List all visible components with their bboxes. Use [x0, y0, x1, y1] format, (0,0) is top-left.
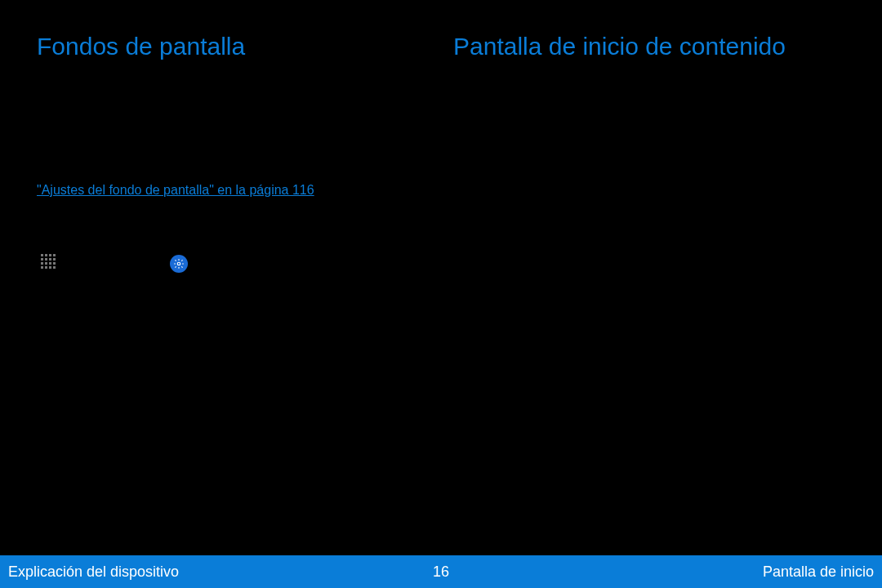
heading-wallpapers: Fondos de pantalla	[37, 33, 429, 60]
footer-right: Pantalla de inicio	[763, 564, 874, 581]
footer-left: Explicación del dispositivo	[8, 564, 179, 581]
svg-rect-1	[45, 254, 47, 256]
apps-label: Aplicaciones	[69, 254, 143, 274]
svg-rect-5	[45, 258, 47, 261]
svg-rect-13	[45, 266, 47, 269]
apps-grid-icon	[40, 253, 58, 274]
wallpaper-intro: Puede cambiar la apariencia de las panta…	[37, 83, 429, 142]
moreinfo-lead: Para obtener más información, consulte	[37, 161, 268, 175]
instruction-lead: Desde una pantalla de inicio, pulse en	[37, 225, 429, 245]
gear-icon	[170, 255, 188, 273]
svg-rect-3	[53, 254, 56, 256]
svg-rect-2	[49, 254, 51, 256]
heading-content-home: Pantalla de inicio de contenido	[453, 33, 845, 60]
content-home-para: La pantalla de inicio de contenido muest…	[453, 83, 845, 142]
svg-rect-11	[53, 262, 56, 265]
svg-rect-14	[49, 266, 51, 269]
svg-rect-8	[41, 262, 43, 265]
svg-rect-10	[49, 262, 51, 265]
right-column: Pantalla de inicio de contenido La panta…	[453, 33, 845, 274]
svg-rect-0	[41, 254, 43, 256]
svg-rect-6	[49, 258, 51, 261]
ajustes-label: Ajustes	[199, 254, 242, 274]
svg-rect-7	[53, 258, 56, 261]
instruction-block: Desde una pantalla de inicio, pulse en A…	[37, 225, 429, 274]
svg-point-16	[177, 262, 180, 265]
svg-rect-15	[53, 266, 56, 269]
footer-page-number: 16	[433, 564, 449, 581]
left-column: Fondos de pantalla Puede cambiar la apar…	[37, 33, 429, 274]
wallpaper-moreinfo: Para obtener más información, consulte	[37, 158, 429, 178]
page-footer: Explicación del dispositivo 16 Pantalla …	[0, 555, 882, 588]
gt-sep: >	[151, 254, 158, 274]
svg-rect-12	[41, 266, 43, 269]
wallpaper-settings-link[interactable]: "Ajustes del fondo de pantalla" en la pá…	[37, 183, 314, 197]
svg-rect-9	[45, 262, 47, 265]
period: .	[314, 183, 318, 197]
svg-rect-4	[41, 258, 43, 261]
